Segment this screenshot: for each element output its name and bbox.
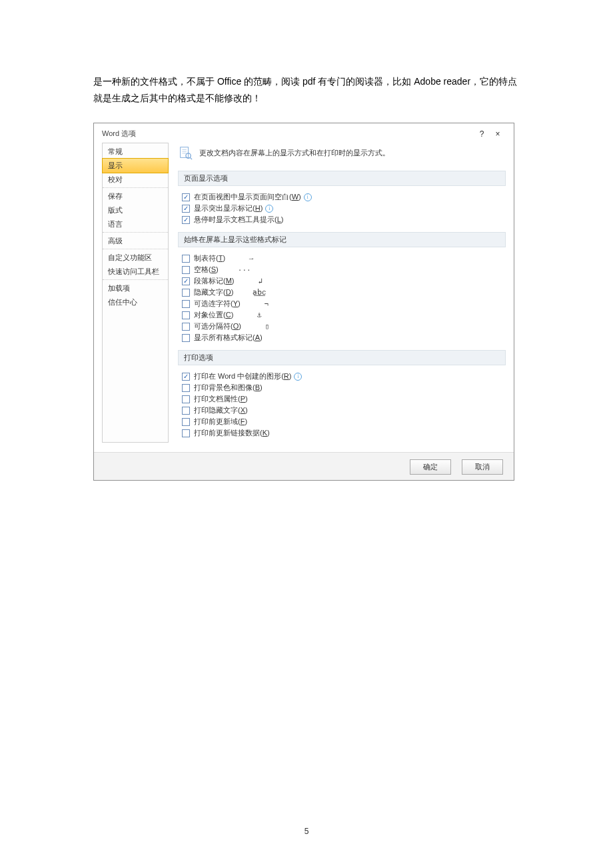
- nav-item[interactable]: 自定义功能区: [103, 251, 168, 265]
- format-marks-options: 制表符(T)→空格(S)···✓段落标记(M)↲隐藏文字(D)a͟b͟c可选连字…: [178, 247, 506, 347]
- option-label: 空格(S): [194, 265, 219, 275]
- checkbox[interactable]: ✓: [182, 193, 190, 201]
- option-row: 可选连字符(Y)¬: [182, 298, 502, 309]
- svg-line-5: [190, 158, 192, 160]
- section-header-page-display: 页面显示选项: [178, 171, 506, 186]
- print-options: ✓打印在 Word 中创建的图形(R)i打印背景色和图像(B)打印文档属性(P)…: [178, 365, 506, 443]
- checkbox[interactable]: [182, 384, 190, 392]
- option-row: ✓显示突出显示标记(H)i: [182, 203, 502, 214]
- option-label: 隐藏文字(D): [194, 287, 233, 297]
- format-symbol: ▯: [260, 322, 275, 331]
- nav-item[interactable]: 信任中心: [103, 295, 168, 309]
- checkbox[interactable]: ✓: [182, 373, 190, 381]
- nav-item[interactable]: 显示: [102, 158, 169, 173]
- checkbox[interactable]: ✓: [182, 205, 190, 213]
- dialog-titlebar: Word 选项 ? ×: [94, 123, 514, 143]
- checkbox[interactable]: [182, 266, 190, 274]
- close-button[interactable]: ×: [490, 129, 506, 139]
- option-row: ✓段落标记(M)↲: [182, 275, 502, 287]
- option-row: 打印前更新域(F): [182, 416, 502, 427]
- option-label: 打印背景色和图像(B): [194, 383, 263, 393]
- option-row: 打印前更新链接数据(K): [182, 427, 502, 439]
- intro-paragraph: 是一种新的文件格式，不属于 Office 的范畴，阅读 pdf 有专门的阅读器，…: [93, 73, 523, 107]
- option-label: 打印前更新域(F): [194, 417, 247, 427]
- checkbox[interactable]: [182, 255, 190, 263]
- option-label: 显示所有格式标记(A): [194, 333, 263, 343]
- nav-item[interactable]: 高级: [103, 234, 168, 249]
- checkbox[interactable]: [182, 429, 190, 437]
- checkbox[interactable]: [182, 395, 190, 403]
- option-label: 悬停时显示文档工具提示(L): [194, 215, 283, 225]
- cancel-button[interactable]: 取消: [462, 459, 503, 475]
- nav-item[interactable]: 版式: [103, 203, 168, 217]
- checkbox[interactable]: [182, 289, 190, 297]
- info-icon[interactable]: i: [265, 205, 273, 213]
- option-label: 段落标记(M): [194, 276, 235, 286]
- nav-item[interactable]: 保存: [103, 189, 168, 203]
- option-label: 对象位置(C): [194, 310, 233, 320]
- nav-item[interactable]: 校对: [103, 173, 168, 188]
- option-row: 打印隐藏文字(X): [182, 405, 502, 416]
- page-display-options: ✓在页面视图中显示页面间空白(W)i✓显示突出显示标记(H)i✓悬停时显示文档工…: [178, 186, 506, 229]
- checkbox[interactable]: [182, 300, 190, 308]
- info-icon[interactable]: i: [304, 193, 312, 201]
- content-description: 更改文档内容在屏幕上的显示方式和在打印时的显示方式。: [199, 148, 390, 158]
- word-options-dialog: Word 选项 ? × 常规显示校对保存版式语言高级自定义功能区快速访问工具栏加…: [93, 123, 514, 481]
- nav-item[interactable]: 语言: [103, 217, 168, 233]
- options-content: 更改文档内容在屏幕上的显示方式和在打印时的显示方式。 页面显示选项 ✓在页面视图…: [178, 143, 506, 443]
- option-row: 打印背景色和图像(B): [182, 382, 502, 393]
- option-row: 打印文档属性(P): [182, 393, 502, 405]
- checkbox[interactable]: [182, 418, 190, 426]
- format-symbol: ⚓: [252, 311, 267, 319]
- display-icon: [178, 145, 193, 160]
- option-row: ✓在页面视图中显示页面间空白(W)i: [182, 191, 502, 203]
- option-label: 可选连字符(Y): [194, 299, 241, 309]
- format-symbol: →: [244, 255, 259, 263]
- option-row: ✓悬停时显示文档工具提示(L): [182, 214, 502, 225]
- section-header-print: 打印选项: [178, 350, 506, 365]
- checkbox[interactable]: [182, 323, 190, 331]
- option-label: 打印文档属性(P): [194, 394, 248, 404]
- format-symbol: ↲: [253, 277, 268, 285]
- nav-item[interactable]: 快速访问工具栏: [103, 265, 168, 280]
- option-label: 打印在 Word 中创建的图形(R): [194, 371, 291, 381]
- option-label: 显示突出显示标记(H): [194, 203, 263, 213]
- svg-rect-0: [181, 147, 189, 158]
- option-row: 可选分隔符(O)▯: [182, 321, 502, 332]
- format-symbol: a͟b͟c: [252, 288, 267, 297]
- dialog-title: Word 选项: [102, 129, 474, 139]
- option-row: 显示所有格式标记(A): [182, 332, 502, 343]
- ok-button[interactable]: 确定: [410, 459, 451, 475]
- option-label: 打印隐藏文字(X): [194, 405, 248, 415]
- help-button[interactable]: ?: [474, 129, 490, 139]
- option-row: 空格(S)···: [182, 264, 502, 275]
- checkbox[interactable]: ✓: [182, 216, 190, 224]
- dialog-footer: 确定 取消: [94, 452, 514, 480]
- format-symbol: ···: [237, 266, 252, 274]
- page-number: 5: [0, 827, 613, 836]
- option-label: 在页面视图中显示页面间空白(W): [194, 192, 301, 202]
- option-row: 制表符(T)→: [182, 253, 502, 264]
- option-row: 隐藏文字(D)a͟b͟c: [182, 287, 502, 298]
- info-icon[interactable]: i: [294, 373, 302, 381]
- option-label: 制表符(T): [194, 253, 225, 263]
- option-row: 对象位置(C)⚓: [182, 309, 502, 321]
- checkbox[interactable]: [182, 407, 190, 415]
- checkbox[interactable]: [182, 334, 190, 342]
- option-label: 可选分隔符(O): [194, 321, 241, 331]
- section-header-format-marks: 始终在屏幕上显示这些格式标记: [178, 232, 506, 247]
- options-nav: 常规显示校对保存版式语言高级自定义功能区快速访问工具栏加载项信任中心: [102, 143, 169, 443]
- format-symbol: ¬: [259, 300, 274, 308]
- nav-item[interactable]: 常规: [103, 145, 168, 159]
- option-label: 打印前更新链接数据(K): [194, 428, 270, 438]
- checkbox[interactable]: [182, 311, 190, 319]
- option-row: ✓打印在 Word 中创建的图形(R)i: [182, 371, 502, 382]
- checkbox[interactable]: ✓: [182, 277, 190, 285]
- nav-item[interactable]: 加载项: [103, 281, 168, 295]
